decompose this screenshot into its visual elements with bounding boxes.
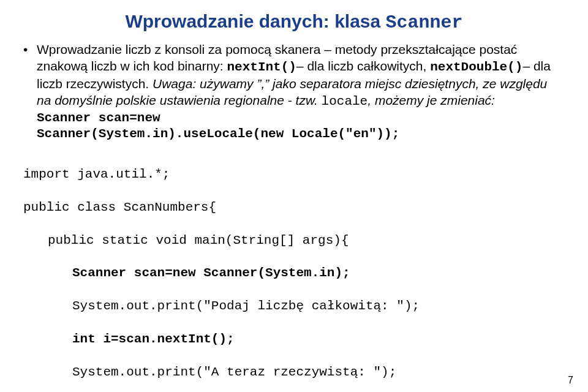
bullet-item: • Wprowadzanie liczb z konsoli za pomocą… <box>23 42 565 143</box>
code-line: System.out.print(″Podaj liczbę całkowitą… <box>23 298 565 315</box>
bullet-marker: • <box>23 42 37 143</box>
code-line: import java.util.*; <box>23 167 565 183</box>
title-text: Wprowadzanie danych: klasa <box>125 11 385 31</box>
code-line: System.out.print(″A teraz rzeczywistą: ″… <box>23 364 565 381</box>
code-line: Scanner(System.in).useLocale(new Locale(… <box>37 126 565 143</box>
bullet-text: Wprowadzanie liczb z konsoli za pomocą s… <box>37 42 565 143</box>
code-line: int i=scan.nextInt(); <box>23 331 565 348</box>
code-line: public static void main(String[] args){ <box>23 233 565 249</box>
title-code: Scanner <box>386 12 463 33</box>
slide-title: Wprowadzanie danych: klasa Scanner <box>23 11 565 33</box>
code-line: public class ScanNumbers{ <box>23 200 565 216</box>
code-inline: nextInt() <box>227 60 296 74</box>
text-segment: – dla liczb całkowitych, <box>296 59 430 73</box>
page-number: 7 <box>568 375 573 386</box>
code-block: import java.util.*; public class ScanNum… <box>23 150 565 392</box>
code-line: Scanner scan=new Scanner(System.in); <box>23 265 565 282</box>
body-content: • Wprowadzanie liczb z konsoli za pomocą… <box>23 42 565 143</box>
code-inline: nextDouble() <box>430 60 522 74</box>
code-inline: locale <box>322 94 368 108</box>
code-line: Scanner scan=new <box>37 110 565 127</box>
italic-segment: , możemy je zmieniać: <box>368 93 495 107</box>
